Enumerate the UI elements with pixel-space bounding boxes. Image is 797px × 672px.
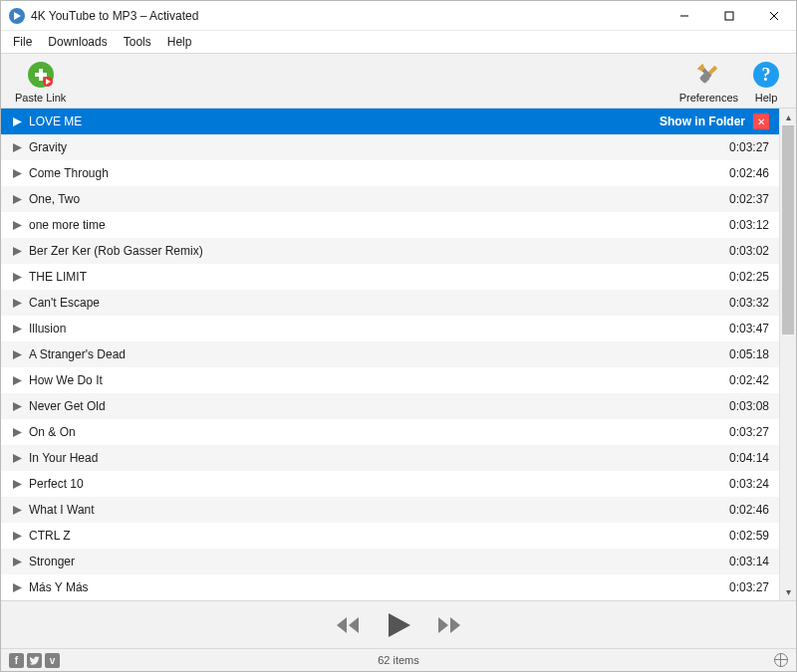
track-row[interactable]: A Stranger's DeadShow in Folder✕0:05:18 — [1, 341, 779, 367]
play-indicator-icon — [11, 350, 23, 359]
track-title: Perfect 10 — [29, 477, 713, 491]
play-indicator-icon — [11, 454, 23, 463]
preferences-button[interactable]: Preferences — [673, 57, 744, 106]
track-title: Más Y Más — [29, 580, 713, 594]
play-indicator-icon — [11, 299, 23, 308]
svg-marker-28 — [13, 428, 22, 437]
maximize-button[interactable] — [706, 1, 751, 31]
svg-marker-16 — [13, 117, 22, 126]
track-duration: 0:03:32 — [713, 296, 769, 310]
play-indicator-icon — [11, 558, 23, 566]
statusbar: f v 62 items — [1, 649, 796, 671]
scroll-up-arrow[interactable]: ▴ — [780, 109, 796, 125]
next-button[interactable] — [436, 615, 462, 635]
track-row[interactable]: CTRL ZShow in Folder✕0:02:59 — [1, 523, 779, 549]
remove-track-button[interactable]: ✕ — [753, 113, 769, 129]
track-row[interactable]: Perfect 10Show in Folder✕0:03:24 — [1, 471, 779, 497]
track-duration: 0:03:08 — [713, 399, 769, 413]
menu-tools[interactable]: Tools — [116, 33, 159, 51]
svg-marker-21 — [13, 247, 22, 256]
play-indicator-icon — [11, 480, 23, 489]
track-list[interactable]: LOVE MEShow in Folder✕GravityShow in Fol… — [1, 109, 779, 600]
svg-marker-40 — [450, 617, 460, 633]
track-title: CTRL Z — [29, 529, 713, 543]
track-title: Ber Zer Ker (Rob Gasser Remix) — [29, 244, 713, 258]
track-row[interactable]: How We Do ItShow in Folder✕0:02:42 — [1, 367, 779, 393]
play-indicator-icon — [11, 402, 23, 411]
track-title: LOVE ME — [29, 114, 650, 128]
track-title: one more time — [29, 218, 713, 232]
svg-marker-34 — [13, 583, 22, 592]
paste-link-icon — [25, 59, 57, 91]
svg-marker-20 — [13, 221, 22, 230]
track-duration: 0:02:25 — [713, 270, 769, 284]
track-duration: 0:02:37 — [713, 192, 769, 206]
play-indicator-icon — [11, 169, 23, 178]
track-row[interactable]: One, TwoShow in Folder✕0:02:37 — [1, 186, 779, 212]
social-links: f v — [9, 653, 60, 668]
track-row[interactable]: In Your HeadShow in Folder✕0:04:14 — [1, 445, 779, 471]
show-in-folder-link[interactable]: Show in Folder — [660, 114, 745, 128]
track-duration: 0:05:18 — [713, 347, 769, 361]
svg-marker-23 — [13, 299, 22, 308]
menu-help[interactable]: Help — [159, 33, 200, 51]
track-duration: 0:03:47 — [713, 322, 769, 336]
app-icon — [9, 8, 25, 24]
paste-link-button[interactable]: Paste Link — [9, 57, 72, 106]
track-row[interactable]: one more timeShow in Folder✕0:03:12 — [1, 212, 779, 238]
track-row[interactable]: Never Get OldShow in Folder✕0:03:08 — [1, 393, 779, 419]
track-duration: 0:03:27 — [713, 580, 769, 594]
track-title: Stronger — [29, 555, 713, 568]
svg-text:?: ? — [762, 65, 771, 85]
svg-marker-30 — [13, 480, 22, 489]
help-button[interactable]: ? Help — [744, 57, 788, 106]
track-row[interactable]: Más Y MásShow in Folder✕0:03:27 — [1, 574, 779, 600]
track-row[interactable]: What I WantShow in Folder✕0:02:46 — [1, 497, 779, 523]
track-row[interactable]: GravityShow in Folder✕0:03:27 — [1, 134, 779, 160]
track-row[interactable]: On & OnShow in Folder✕0:03:27 — [1, 419, 779, 445]
track-title: Never Get Old — [29, 399, 713, 413]
scroll-down-arrow[interactable]: ▾ — [780, 583, 796, 600]
globe-icon[interactable] — [774, 653, 788, 667]
svg-marker-24 — [13, 325, 22, 334]
track-list-area: LOVE MEShow in Folder✕GravityShow in Fol… — [1, 109, 796, 601]
track-title: Come Through — [29, 166, 713, 180]
svg-marker-29 — [13, 454, 22, 463]
svg-marker-17 — [13, 143, 22, 152]
previous-button[interactable] — [335, 615, 361, 635]
minimize-button[interactable] — [662, 1, 706, 31]
track-row[interactable]: Ber Zer Ker (Rob Gasser Remix)Show in Fo… — [1, 238, 779, 264]
track-title: Illusion — [29, 322, 713, 336]
track-title: On & On — [29, 425, 713, 439]
play-indicator-icon — [11, 428, 23, 437]
play-indicator-icon — [11, 143, 23, 152]
play-indicator-icon — [11, 325, 23, 334]
play-indicator-icon — [11, 221, 23, 230]
menu-file[interactable]: File — [5, 33, 40, 51]
facebook-icon[interactable]: f — [9, 653, 24, 668]
track-row[interactable]: StrongerShow in Folder✕0:03:14 — [1, 549, 779, 574]
svg-marker-18 — [13, 169, 22, 178]
twitter-icon[interactable] — [27, 653, 42, 668]
track-row[interactable]: Come ThroughShow in Folder✕0:02:46 — [1, 160, 779, 186]
scrollbar-thumb[interactable] — [782, 125, 794, 335]
track-duration: 0:03:02 — [713, 244, 769, 258]
track-duration: 0:04:14 — [713, 451, 769, 465]
track-row[interactable]: LOVE MEShow in Folder✕ — [1, 109, 779, 134]
player-controls — [1, 601, 796, 649]
play-indicator-icon — [11, 583, 23, 592]
track-row[interactable]: THE LIMITShow in Folder✕0:02:25 — [1, 264, 779, 290]
svg-marker-39 — [438, 617, 448, 633]
track-duration: 0:02:46 — [713, 503, 769, 517]
vertical-scrollbar[interactable]: ▴ ▾ — [779, 109, 796, 600]
track-row[interactable]: IllusionShow in Folder✕0:03:47 — [1, 316, 779, 341]
svg-marker-32 — [13, 532, 22, 541]
close-button[interactable] — [751, 1, 796, 31]
vimeo-icon[interactable]: v — [45, 653, 60, 668]
play-button[interactable] — [385, 611, 412, 639]
play-indicator-icon — [11, 376, 23, 385]
track-title: One, Two — [29, 192, 713, 206]
menu-downloads[interactable]: Downloads — [40, 33, 115, 51]
track-row[interactable]: Can't EscapeShow in Folder✕0:03:32 — [1, 290, 779, 316]
track-title: In Your Head — [29, 451, 713, 465]
